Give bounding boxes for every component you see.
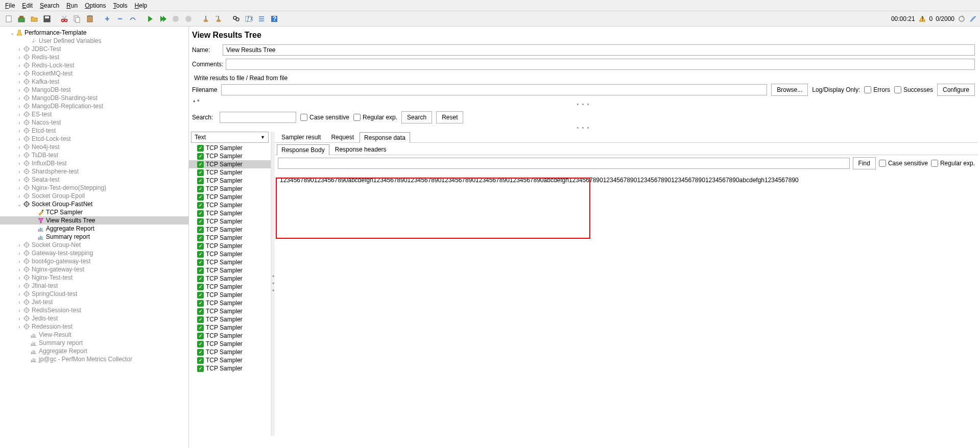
result-item[interactable]: TCP Sampler xyxy=(189,201,271,209)
tree-item[interactable]: ›Etcd-Lock-test xyxy=(0,135,188,143)
collapse-icon[interactable]: − xyxy=(114,13,126,24)
tree-item[interactable]: ›Socket Group-Epoll xyxy=(0,192,188,200)
function-icon[interactable]: ƒx xyxy=(243,13,254,24)
tree-toggle-icon[interactable]: › xyxy=(16,283,22,289)
tree-item[interactable]: ›Jwt-test xyxy=(0,298,188,306)
tree-item[interactable]: ›Neo4j-test xyxy=(0,143,188,151)
find-input[interactable] xyxy=(278,158,850,169)
result-item[interactable]: TCP Sampler xyxy=(189,250,271,258)
result-item[interactable]: TCP Sampler xyxy=(189,275,271,283)
result-item[interactable]: TCP Sampler xyxy=(189,258,271,266)
tree-toggle-icon[interactable]: › xyxy=(16,308,22,313)
tree-item[interactable]: ›RedisSession-test xyxy=(0,306,188,314)
tree-toggle-icon[interactable]: › xyxy=(16,193,22,199)
tree-item[interactable]: Summary report xyxy=(0,233,188,241)
splitter-dots-2[interactable]: • • • xyxy=(189,127,978,132)
result-item[interactable]: TCP Sampler xyxy=(189,340,271,348)
tree-item[interactable]: View-Result xyxy=(0,331,188,339)
tree-item[interactable]: ›Shardsphere-test xyxy=(0,167,188,176)
tree-toggle-icon[interactable]: › xyxy=(16,63,22,68)
tree-toggle-icon[interactable]: › xyxy=(16,112,22,117)
tree-toggle-icon[interactable]: › xyxy=(16,177,22,183)
result-item[interactable]: TCP Sampler xyxy=(189,364,271,372)
tree-toggle-icon[interactable]: › xyxy=(16,267,22,272)
clear-icon[interactable] xyxy=(200,13,211,24)
tree-toggle-icon[interactable]: › xyxy=(16,55,22,60)
list-icon[interactable] xyxy=(256,13,267,24)
tree-item[interactable]: ›ES-test xyxy=(0,110,188,118)
tree-item[interactable]: Summary report xyxy=(0,339,188,347)
result-item[interactable]: TCP Sampler xyxy=(189,242,271,250)
result-item[interactable]: TCP Sampler xyxy=(189,209,271,217)
paste-icon[interactable] xyxy=(84,13,95,24)
tree-toggle-icon[interactable]: › xyxy=(16,300,22,305)
menu-options[interactable]: Options xyxy=(82,1,109,10)
copy-icon[interactable] xyxy=(71,13,83,24)
expand-icon[interactable]: + xyxy=(102,13,113,24)
tree-item[interactable]: View Results Tree xyxy=(0,216,188,225)
tree-item[interactable]: ›Kafka-test xyxy=(0,78,188,86)
tree-item[interactable]: User Defined Variables xyxy=(0,37,188,45)
new-file-icon[interactable] xyxy=(3,13,14,24)
find-case-checkbox[interactable]: Case sensitive xyxy=(879,160,928,167)
tree-toggle-icon[interactable]: ⌄ xyxy=(9,30,15,36)
tree-item[interactable]: ›Nginx-Test-test xyxy=(0,273,188,282)
browse-button[interactable]: Browse... xyxy=(771,84,808,96)
save-icon[interactable] xyxy=(41,13,53,24)
run-norestart-icon[interactable] xyxy=(157,13,169,24)
tree-item[interactable]: Aggregate Report xyxy=(0,225,188,233)
tree-item[interactable]: ›MangoDB-test xyxy=(0,86,188,94)
tree-item[interactable]: jp@gc - PerfMon Metrics Collector xyxy=(0,355,188,363)
tree-item[interactable]: ›Redis-test xyxy=(0,53,188,61)
result-item[interactable]: TCP Sampler xyxy=(189,291,271,299)
result-item[interactable]: TCP Sampler xyxy=(189,234,271,242)
result-item[interactable]: TCP Sampler xyxy=(189,299,271,307)
result-item[interactable]: TCP Sampler xyxy=(189,168,271,177)
menu-file[interactable]: File xyxy=(2,1,18,10)
comments-input[interactable] xyxy=(226,59,975,70)
subtab-response-headers[interactable]: Response headers xyxy=(330,144,391,155)
tree-toggle-icon[interactable]: › xyxy=(16,87,22,93)
tree-item[interactable]: ›MangoDB-Sharding-test xyxy=(0,94,188,102)
tree-item[interactable]: ⌄Socket Group-FastNet xyxy=(0,200,188,208)
tree-toggle-icon[interactable]: › xyxy=(16,153,22,158)
errors-checkbox[interactable]: Errors xyxy=(864,86,890,93)
tree-item[interactable]: ›Gateway-test-stepping xyxy=(0,249,188,257)
tree-toggle-icon[interactable]: › xyxy=(16,144,22,150)
tree-item[interactable]: Aggregate Report xyxy=(0,347,188,355)
search-regex-checkbox[interactable]: Regular exp. xyxy=(353,114,397,121)
tree-toggle-icon[interactable]: › xyxy=(16,71,22,77)
tree-item[interactable]: ›InfluxDB-test xyxy=(0,159,188,167)
filename-input[interactable] xyxy=(221,84,767,95)
menu-edit[interactable]: Edit xyxy=(19,1,36,10)
tree-item[interactable]: ›Redis-Lock-test xyxy=(0,61,188,69)
result-item[interactable]: TCP Sampler xyxy=(189,283,271,291)
tree-toggle-icon[interactable]: › xyxy=(16,120,22,126)
tree-toggle-icon[interactable]: › xyxy=(16,104,22,109)
feather-icon[interactable] xyxy=(969,15,977,23)
find-regex-checkbox[interactable]: Regular exp. xyxy=(931,160,975,167)
configure-button[interactable]: Configure xyxy=(937,84,975,96)
result-item[interactable]: TCP Sampler xyxy=(189,144,271,152)
tree-toggle-icon[interactable]: › xyxy=(16,169,22,175)
result-item[interactable]: TCP Sampler xyxy=(189,177,271,185)
tree-item[interactable]: ›boot4go-gateway-test xyxy=(0,257,188,265)
tree-toggle-icon[interactable]: › xyxy=(16,259,22,264)
menu-tools[interactable]: Tools xyxy=(110,1,131,10)
search-input[interactable] xyxy=(220,112,296,123)
warning-icon[interactable]: ! xyxy=(918,15,926,23)
name-input[interactable] xyxy=(223,44,975,56)
refresh-icon[interactable] xyxy=(958,15,966,23)
splitter-dots-1[interactable]: • • • xyxy=(189,103,978,108)
search-button[interactable]: Search xyxy=(401,111,432,123)
reset-button[interactable]: Reset xyxy=(436,111,463,123)
find-button[interactable]: Find xyxy=(853,157,876,169)
tree-item[interactable]: ›SpringCloud-test xyxy=(0,290,188,298)
tree-toggle-icon[interactable]: › xyxy=(16,161,22,166)
tree-toggle-icon[interactable]: › xyxy=(16,136,22,142)
result-item[interactable]: TCP Sampler xyxy=(189,185,271,193)
templates-icon[interactable] xyxy=(16,13,27,24)
result-item[interactable]: TCP Sampler xyxy=(189,307,271,315)
tree-toggle-icon[interactable]: ⌄ xyxy=(16,202,22,207)
result-item[interactable]: TCP Sampler xyxy=(189,323,271,332)
